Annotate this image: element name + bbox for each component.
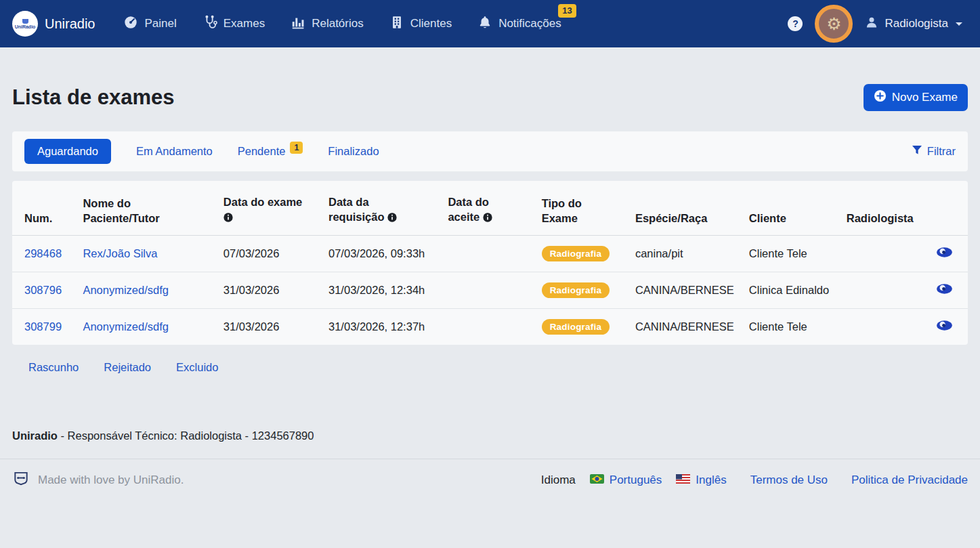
nav-label: Exames	[223, 17, 265, 30]
caret-down-icon	[956, 22, 962, 26]
link-excluido[interactable]: Excluido	[176, 361, 218, 374]
col-header-accept-date: Data do aceite	[448, 181, 541, 235]
settings-button[interactable]: ⚙	[815, 5, 853, 43]
tab-pendente-label: Pendente	[238, 145, 286, 157]
brand-title[interactable]: Uniradio	[45, 16, 95, 32]
footer-links: Idioma Português Inglês Termos de Uso Po…	[541, 473, 968, 487]
responsible-technical-line: Uniradio - Responsável Técnico: Radiolog…	[12, 429, 968, 442]
link-rascunho[interactable]: Rascunho	[28, 361, 79, 374]
nav-item-painel[interactable]: Painel	[123, 15, 176, 33]
nav-item-exames[interactable]: Exames	[203, 15, 265, 33]
col-header-radiologist: Radiologista	[847, 181, 937, 235]
patient-link[interactable]: Anonymized/sdfg	[83, 320, 169, 333]
table-row: 308796 Anonymized/sdfg 31/03/2026 31/03/…	[12, 272, 968, 308]
stethoscope-icon	[203, 15, 217, 33]
responsible-brand: Uniradio	[12, 429, 58, 442]
filter-label: Filtrar	[927, 145, 956, 158]
nav-label: Relatórios	[312, 17, 364, 30]
nav-label: Notificações	[498, 17, 561, 30]
cell-species: CANINA/BERNESE	[635, 308, 749, 345]
info-icon[interactable]	[483, 212, 492, 224]
terms-of-use-link[interactable]: Termos de Uso	[750, 473, 828, 487]
eye-icon	[936, 283, 953, 295]
gauge-icon	[123, 15, 138, 33]
cell-request-date: 31/03/2026, 12:34h	[328, 272, 448, 308]
building-icon	[389, 15, 404, 33]
cell-species: CANINA/BERNESE	[635, 272, 749, 308]
language-label: Idioma	[541, 473, 576, 487]
exam-type-badge: Radiografia	[542, 246, 610, 261]
nav-label: Painel	[144, 17, 176, 30]
exam-number-link[interactable]: 298468	[24, 247, 62, 259]
gear-icon: ⚙	[826, 16, 841, 33]
user-menu[interactable]: Radiologista	[865, 16, 962, 33]
cell-patient: Rex/João Silva	[83, 235, 223, 272]
tab-finalizado[interactable]: Finalizado	[328, 145, 379, 158]
nav-item-notificacoes[interactable]: Notificações 13	[477, 15, 561, 33]
nav-item-clientes[interactable]: Clientes	[389, 15, 452, 33]
table-row: 308799 Anonymized/sdfg 31/03/2026 31/03/…	[12, 308, 968, 345]
info-icon[interactable]	[223, 212, 233, 224]
cell-exam-type: Radiografia	[542, 272, 635, 308]
col-header-request-date: Data da requisição	[328, 181, 448, 235]
col-header-patient: Nome do Paciente/Tutor	[83, 181, 223, 235]
tab-pendente[interactable]: Pendente1	[238, 145, 303, 158]
eye-icon	[936, 247, 953, 258]
col-header-label: Data do exame	[223, 196, 302, 208]
nav-label: Clientes	[410, 17, 452, 30]
cell-exam-type: Radiografia	[542, 308, 635, 345]
info-icon[interactable]	[387, 212, 397, 224]
plus-circle-icon	[874, 89, 887, 106]
main-nav: Painel Exames Relatórios Clientes Notifi…	[123, 15, 561, 33]
privacy-policy-link[interactable]: Politica de Privacidade	[851, 473, 968, 487]
cell-num: 298468	[12, 235, 83, 272]
view-exam-button[interactable]	[936, 320, 953, 331]
cell-num: 308796	[12, 272, 83, 308]
col-header-exam-date: Data do exame	[223, 181, 328, 235]
cell-radiologist	[847, 235, 937, 272]
exam-number-link[interactable]: 308799	[24, 320, 62, 333]
flag-brazil-icon	[590, 473, 604, 487]
flag-usa-icon	[676, 473, 690, 487]
exam-type-badge: Radiografia	[542, 319, 610, 335]
link-rejeitado[interactable]: Rejeitado	[104, 361, 151, 374]
exams-table-card: Num. Nome do Paciente/Tutor Data do exam…	[12, 181, 968, 345]
bar-chart-icon	[291, 15, 305, 33]
patient-link[interactable]: Anonymized/sdfg	[83, 284, 169, 296]
tab-em-andamento[interactable]: Em Andamento	[136, 145, 213, 158]
filter-button[interactable]: Filtrar	[912, 145, 956, 158]
col-header-species: Espécie/Raça	[635, 181, 749, 235]
new-exam-button[interactable]: Novo Exame	[864, 84, 968, 111]
cell-species: canina/pit	[635, 235, 749, 272]
cell-client: Cliente Tele	[749, 235, 847, 272]
cell-client: Clinica Edinaldo	[749, 272, 847, 308]
page-footer: Made with love by UniRadio. Idioma Portu…	[0, 459, 980, 490]
cell-request-date: 31/03/2026, 12:37h	[328, 308, 448, 345]
language-english-label: Inglês	[696, 473, 726, 487]
col-header-num: Num.	[12, 181, 83, 235]
navbar-right: ? ⚙ Radiologista	[788, 5, 962, 43]
top-navbar: UniRadio Uniradio Painel Exames Relatóri…	[0, 0, 980, 47]
language-english[interactable]: Inglês	[676, 473, 726, 487]
bell-icon	[477, 15, 492, 33]
help-icon[interactable]: ?	[788, 16, 803, 31]
view-exam-button[interactable]	[936, 283, 953, 295]
exam-type-badge: Radiografia	[542, 282, 610, 298]
nav-item-relatorios[interactable]: Relatórios	[291, 15, 364, 33]
cell-accept-date	[448, 235, 541, 272]
patient-link[interactable]: Rex/João Silva	[83, 247, 157, 259]
col-header-exam-type: Tipo do Exame	[542, 181, 635, 235]
view-exam-button[interactable]	[936, 247, 953, 258]
exam-number-link[interactable]: 308796	[24, 284, 62, 296]
responsible-text: - Responsável Técnico: Radiologista - 12…	[61, 429, 314, 442]
cell-exam-date: 31/03/2026	[223, 308, 328, 345]
cell-request-date: 07/03/2026, 09:33h	[328, 235, 448, 272]
tab-aguardando[interactable]: Aguardando	[24, 139, 111, 164]
logo-shield-icon	[22, 19, 28, 24]
cell-actions	[936, 235, 968, 272]
cell-num: 308799	[12, 308, 83, 345]
made-with: Made with love by UniRadio.	[12, 469, 184, 490]
made-with-text: Made with love by UniRadio.	[38, 473, 184, 487]
language-portuguese[interactable]: Português	[590, 473, 662, 487]
exams-table: Num. Nome do Paciente/Tutor Data do exam…	[12, 181, 968, 345]
